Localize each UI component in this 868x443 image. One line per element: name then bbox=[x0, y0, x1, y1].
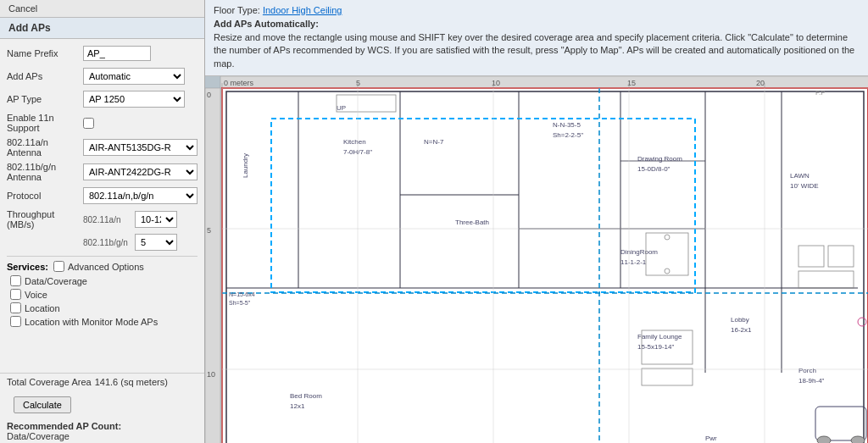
throughput-label: Throughput (MB/s) bbox=[7, 209, 83, 230]
service-label-location: Location bbox=[25, 303, 60, 313]
map-container[interactable]: 0 meters 5 10 15 20 0 5 10 bbox=[205, 76, 868, 443]
throughput-sub-1: 802.11a/n bbox=[83, 215, 132, 224]
svg-point-52 bbox=[817, 436, 831, 443]
add-aps-row: Add APs Automatic Manual bbox=[7, 67, 198, 86]
svg-text:N=N-7: N=N-7 bbox=[424, 138, 444, 146]
service-item-location: Location bbox=[7, 302, 198, 313]
cancel-button[interactable]: Cancel bbox=[0, 0, 204, 18]
svg-text:Laundry: Laundry bbox=[242, 153, 249, 178]
recommended-title: Recommended AP Count: bbox=[7, 421, 198, 431]
service-item-location-monitor: Location with Monitor Mode APs bbox=[7, 316, 198, 327]
protocol-select[interactable]: 802.11a/n,b/g/n 802.11a/n 802.11b/g/n bbox=[83, 187, 198, 204]
svg-text:5: 5 bbox=[356, 79, 360, 87]
service-checkbox-location[interactable] bbox=[10, 302, 21, 313]
svg-text:11-1-2-1: 11-1-2-1 bbox=[620, 258, 647, 266]
throughput-sub-2: 802.11b/g/n bbox=[83, 238, 132, 247]
service-checkbox-location-monitor[interactable] bbox=[10, 316, 21, 327]
svg-text:Three-Bath: Three-Bath bbox=[455, 219, 489, 226]
svg-rect-17 bbox=[226, 91, 864, 443]
svg-text:Porch: Porch bbox=[798, 367, 816, 374]
protocol-row: Protocol 802.11a/n,b/g/n 802.11a/n 802.1… bbox=[7, 186, 198, 205]
add-aps-select[interactable]: Automatic Manual bbox=[83, 68, 185, 85]
main-area: Floor Type: Indoor High Ceiling Add APs … bbox=[205, 0, 868, 443]
svg-text:LAWN: LAWN bbox=[790, 172, 810, 180]
name-prefix-input[interactable] bbox=[83, 46, 151, 61]
svg-point-53 bbox=[851, 436, 865, 443]
throughput-select-1[interactable]: 10-12 5 8 bbox=[135, 211, 177, 228]
throughput-select-2[interactable]: 5 10-12 8 bbox=[135, 234, 177, 251]
svg-text:Sh=2-2-5": Sh=2-2-5" bbox=[553, 131, 583, 139]
svg-text:Drawing Room: Drawing Room bbox=[637, 155, 682, 163]
antenna-bgn-select[interactable]: AIR-ANT2422DG-R AIR-ANT5135DG-R bbox=[83, 163, 198, 180]
service-label-location-monitor: Location with Monitor Mode APs bbox=[25, 317, 158, 327]
service-item-data-coverage: Data/Coverage bbox=[7, 275, 198, 286]
svg-text:DiningRoom: DiningRoom bbox=[620, 248, 658, 256]
total-coverage-label: Total Coverage Area bbox=[7, 377, 92, 387]
svg-text:N-N-35-5: N-N-35-5 bbox=[553, 121, 581, 129]
svg-text:Lobby: Lobby bbox=[731, 316, 749, 324]
antenna-an-select[interactable]: AIR-ANT5135DG-R AIR-ANT2422DG-R bbox=[83, 139, 198, 156]
recommended-section: Recommended AP Count: Data/Coverage bbox=[0, 419, 204, 443]
antenna-an-row: 802.11a/n Antenna AIR-ANT5135DG-R AIR-AN… bbox=[7, 137, 198, 158]
floor-type-row: Floor Type: Indoor High Ceiling bbox=[214, 5, 860, 15]
svg-text:10' WIDE: 10' WIDE bbox=[790, 182, 819, 190]
add-aps-label: Add APs bbox=[7, 71, 83, 81]
svg-text:Pwr: Pwr bbox=[705, 435, 717, 442]
svg-text:Sh=5-5": Sh=5-5" bbox=[229, 300, 251, 306]
svg-text:0 meters: 0 meters bbox=[224, 79, 254, 87]
ap-type-select[interactable]: AP 1250 AP 1140 AP 1260 bbox=[83, 91, 185, 108]
enable-11n-label: Enable 11n Support bbox=[7, 113, 83, 133]
svg-text:Family Lounge: Family Lounge bbox=[637, 333, 682, 341]
antenna-an-label: 802.11a/n Antenna bbox=[7, 137, 83, 158]
total-coverage-row: Total Coverage Area 141.6 (sq meters) bbox=[0, 373, 204, 390]
throughput-inputs-1: 802.11a/n 10-12 5 8 bbox=[83, 211, 177, 228]
service-item-voice: Voice bbox=[7, 289, 198, 300]
total-coverage-value: 141.6 (sq meters) bbox=[95, 377, 168, 387]
service-checkbox-voice[interactable] bbox=[10, 289, 21, 300]
svg-text:5: 5 bbox=[207, 226, 211, 235]
info-panel: Floor Type: Indoor High Ceiling Add APs … bbox=[205, 0, 868, 76]
recommended-sub: Data/Coverage bbox=[7, 431, 198, 441]
floor-type-link[interactable]: Indoor High Ceiling bbox=[263, 5, 342, 15]
calculate-button[interactable]: Calculate bbox=[14, 396, 71, 413]
enable-11n-checkbox[interactable] bbox=[83, 118, 94, 129]
antenna-bgn-row: 802.11b/g/n Antenna AIR-ANT2422DG-R AIR-… bbox=[7, 162, 198, 182]
svg-text:18-9h-4": 18-9h-4" bbox=[798, 377, 825, 385]
form-area: Name Prefix Add APs Automatic Manual AP … bbox=[0, 39, 204, 373]
service-label-data-coverage: Data/Coverage bbox=[25, 276, 87, 286]
floor-plan-svg: 0 meters 5 10 15 20 0 5 10 bbox=[205, 76, 868, 443]
throughput-inputs-2: 802.11b/g/n 5 10-12 8 bbox=[83, 234, 177, 251]
calculate-btn-container: Calculate bbox=[0, 390, 204, 419]
service-checkbox-data-coverage[interactable] bbox=[10, 275, 21, 286]
svg-text:F.P: F.P bbox=[815, 89, 826, 97]
advanced-options-row: Advanced Options bbox=[53, 261, 144, 272]
svg-text:UP: UP bbox=[337, 104, 346, 112]
services-section: Services: Advanced Options Data/Coverage… bbox=[7, 256, 198, 327]
svg-text:12x1: 12x1 bbox=[290, 402, 305, 410]
antenna-bgn-label: 802.11b/g/n Antenna bbox=[7, 162, 83, 182]
svg-text:15-0D/8-0": 15-0D/8-0" bbox=[637, 165, 670, 173]
svg-text:15-5x19-14": 15-5x19-14" bbox=[637, 343, 674, 351]
left-panel: Cancel Add APs Name Prefix Add APs Autom… bbox=[0, 0, 205, 443]
protocol-label: Protocol bbox=[7, 191, 83, 201]
advanced-options-label: Advanced Options bbox=[68, 262, 144, 272]
ap-type-label: AP Type bbox=[7, 94, 83, 104]
svg-text:20: 20 bbox=[756, 79, 765, 87]
service-label-voice: Voice bbox=[25, 290, 47, 300]
svg-text:0: 0 bbox=[207, 91, 211, 99]
svg-text:N=15-6x4: N=15-6x4 bbox=[229, 291, 255, 297]
ap-type-row: AP Type AP 1250 AP 1140 AP 1260 bbox=[7, 90, 198, 108]
services-header: Services: Advanced Options bbox=[7, 261, 198, 272]
throughput-row-2: 802.11b/g/n 5 10-12 8 bbox=[7, 234, 198, 251]
enable-11n-row: Enable 11n Support bbox=[7, 113, 198, 133]
add-aps-heading: Add APs Automatically: bbox=[214, 19, 860, 29]
throughput-row-1: Throughput (MB/s) 802.11a/n 10-12 5 8 bbox=[7, 209, 198, 230]
svg-text:Kitchen: Kitchen bbox=[343, 138, 366, 146]
svg-text:10: 10 bbox=[207, 370, 215, 379]
info-text: Resize and move the rectangle using mous… bbox=[214, 31, 860, 70]
svg-rect-12 bbox=[205, 88, 220, 443]
floor-type-label: Floor Type: bbox=[214, 5, 260, 15]
advanced-options-checkbox[interactable] bbox=[53, 261, 64, 272]
svg-text:Bed Room: Bed Room bbox=[290, 392, 322, 400]
svg-rect-1 bbox=[220, 76, 868, 88]
